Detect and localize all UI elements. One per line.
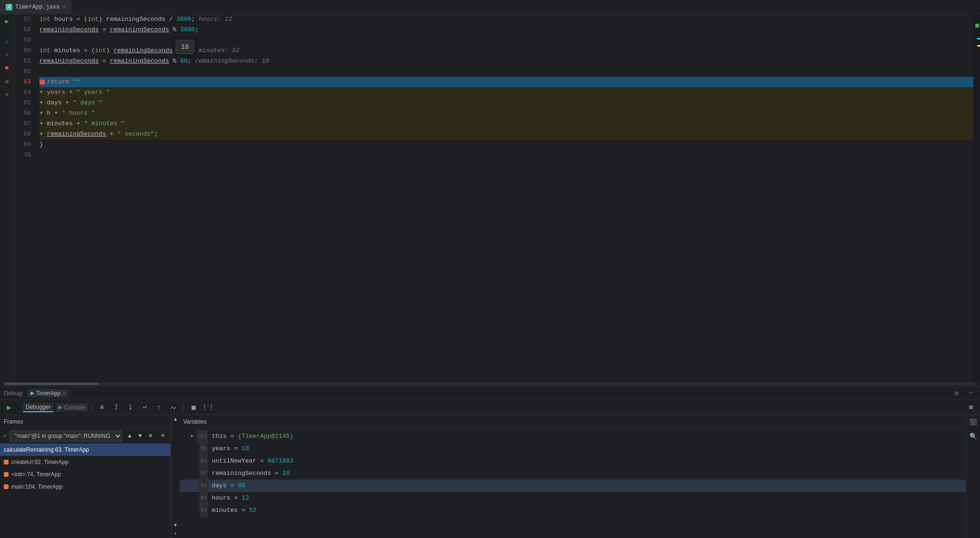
step-out-btn[interactable]: ⤶ bbox=[139, 401, 151, 414]
minimap-checkmark bbox=[975, 24, 979, 28]
code-line-66[interactable]: + h + " hours " bbox=[39, 108, 973, 119]
code-line-68[interactable]: + remainingSeconds + " seconds"; bbox=[39, 129, 973, 139]
frame-item-0[interactable]: calculateRemaining:63, TimerApp bbox=[0, 444, 170, 456]
scrollbar-track bbox=[4, 382, 976, 385]
line-number-68: 68 bbox=[14, 129, 36, 139]
code-line-64[interactable]: + years + " years " bbox=[39, 87, 973, 98]
frame-item-3[interactable]: main:104, TimerApp bbox=[0, 481, 170, 493]
code-line-70[interactable] bbox=[39, 150, 973, 160]
layout-btn[interactable]: ⊞ bbox=[965, 401, 977, 414]
tab-timerapp[interactable]: J TimerApp.java × bbox=[0, 0, 72, 14]
var-type-badge: 01 bbox=[199, 442, 208, 455]
code-line-67[interactable]: + minutes + " minutes " bbox=[39, 119, 973, 129]
debug-close[interactable]: × bbox=[63, 390, 66, 396]
variables-panel: Variables ▶objthis = {TimerApp@2145}01ye… bbox=[179, 415, 966, 538]
thread-dropdown[interactable]: "main"@1 in group "main": RUNNING bbox=[9, 430, 122, 442]
var-name: days bbox=[212, 480, 226, 492]
line-number-66: 66 bbox=[14, 108, 36, 119]
thread-down-btn[interactable]: ▼ bbox=[135, 431, 145, 441]
frame-label: <init>:74, TimerApp bbox=[11, 468, 61, 481]
stop-icon[interactable]: ■ bbox=[2, 63, 12, 73]
minimap bbox=[973, 14, 980, 381]
thread-up-btn[interactable]: ▲ bbox=[125, 431, 134, 441]
line-numbers: 5758596061626364656667686970 bbox=[14, 14, 36, 381]
line-number-62: 62 bbox=[14, 66, 36, 77]
code-line-63[interactable]: return "" bbox=[39, 77, 973, 87]
code-line-65[interactable]: + days + " days " bbox=[39, 98, 973, 108]
code-editor[interactable]: int hours = (int) remainingSeconds / 360… bbox=[36, 14, 973, 381]
variable-item-untilNewYear[interactable]: 01untilNewYear = 6071883 bbox=[179, 455, 966, 467]
code-line-58[interactable]: remainingSeconds = remainingSeconds % 36… bbox=[39, 25, 973, 35]
line-number-60: 60 bbox=[14, 46, 36, 56]
watch-btn[interactable]: ▦ bbox=[188, 401, 200, 414]
scroll-up-btn[interactable]: ▲ bbox=[171, 415, 180, 424]
var-value: 18 bbox=[242, 443, 249, 455]
frame-icon bbox=[4, 472, 9, 477]
minimize-icon[interactable]: − bbox=[966, 388, 976, 399]
breakpoints-btn[interactable]: ⋮⋮ bbox=[202, 401, 214, 414]
var-name: hours bbox=[212, 492, 230, 504]
console-label: Console bbox=[64, 404, 85, 411]
var-name: minutes bbox=[212, 504, 238, 517]
inspector-icon[interactable]: 🔍 bbox=[968, 431, 979, 442]
variable-item-days[interactable]: 01days = 88 bbox=[179, 480, 966, 492]
scrollbar-thumb[interactable] bbox=[4, 382, 99, 385]
code-line-57[interactable]: int hours = (int) remainingSeconds / 360… bbox=[39, 14, 973, 25]
frame-icon bbox=[4, 484, 9, 489]
java-file-icon: J bbox=[6, 4, 12, 10]
debug-app-tab[interactable]: ▶ TimerApp × bbox=[28, 389, 68, 398]
horizontal-scrollbar[interactable] bbox=[0, 381, 980, 386]
variable-item-minutes[interactable]: 01minutes = 52 bbox=[179, 504, 966, 517]
debug-title-label: Debug: bbox=[4, 390, 24, 397]
step-over-icon[interactable]: ↓ bbox=[2, 36, 12, 46]
frame-label: main:104, TimerApp bbox=[11, 481, 62, 493]
tab-close-button[interactable]: × bbox=[63, 4, 66, 10]
code-line-61[interactable]: remainingSeconds = remainingSeconds % 60… bbox=[39, 56, 973, 66]
step-out-icon[interactable]: ⬆ bbox=[2, 49, 12, 60]
code-line-69[interactable]: } bbox=[39, 139, 973, 150]
variable-item-years[interactable]: 01years = 18 bbox=[179, 443, 966, 455]
frames-list: calculateRemaining:63, TimerAppcreateUI:… bbox=[0, 444, 170, 538]
show-frames-btn[interactable]: ≡ bbox=[96, 401, 108, 414]
run-to-cursor-btn[interactable]: ↑ bbox=[153, 401, 165, 414]
var-name: this bbox=[212, 430, 226, 443]
var-name: untilNewYear bbox=[212, 455, 256, 467]
var-value: 6071883 bbox=[267, 455, 293, 467]
frame-item-2[interactable]: <init>:74, TimerApp bbox=[0, 468, 170, 481]
var-type-badge: 01 bbox=[199, 455, 208, 468]
editor-area: ▶ ↓ ⬆ ■ ↺ ✕ 5758596061626364656667686970… bbox=[0, 14, 980, 381]
tab-console[interactable]: ▶ Console bbox=[56, 403, 88, 412]
line-number-57: 57 bbox=[14, 14, 36, 25]
thread-status-icon: ✓ bbox=[3, 432, 7, 440]
scroll-controls: ▲ ▼ + bbox=[171, 415, 179, 538]
step-into-btn[interactable]: ⤵ bbox=[124, 401, 137, 414]
var-name: years bbox=[212, 443, 230, 455]
debug-tabs-toolbar: ▶ Debugger ▶ Console ≡ ⤴ ⤵ ⤶ ↑ ↗↙ ▦ ⋮⋮ ⊞ bbox=[0, 400, 980, 415]
var-name: remainingSeconds bbox=[212, 467, 271, 480]
minimap-warning-mark bbox=[977, 45, 980, 46]
resume-icon[interactable]: ▶ bbox=[2, 16, 12, 27]
thread-filter-btn[interactable]: ⊗ bbox=[146, 431, 155, 441]
tab-debugger[interactable]: Debugger bbox=[23, 403, 54, 412]
line-number-64: 64 bbox=[14, 87, 36, 98]
variable-item-this[interactable]: ▶objthis = {TimerApp@2145} bbox=[179, 430, 966, 443]
variable-item-hours[interactable]: 01hours = 12 bbox=[179, 492, 966, 504]
add-watch-btn[interactable]: + bbox=[158, 431, 168, 441]
step-over-btn[interactable]: ⤴ bbox=[110, 401, 122, 414]
frames-panel: Frames ✓ "main"@1 in group "main": RUNNI… bbox=[0, 415, 171, 538]
rerun-icon[interactable]: ↺ bbox=[2, 76, 12, 86]
add-btn[interactable]: + bbox=[171, 529, 180, 538]
frame-item-1[interactable]: createUI:92, TimerApp bbox=[0, 456, 170, 468]
debug-app-name: TimerApp bbox=[36, 390, 61, 397]
scroll-down-btn[interactable]: ▼ bbox=[171, 521, 180, 529]
expand-arrow[interactable]: ▶ bbox=[191, 430, 194, 443]
variable-tooltip: 18 bbox=[176, 40, 194, 54]
resume-btn[interactable]: ▶ bbox=[3, 401, 15, 414]
evaluate-btn[interactable]: ↗↙ bbox=[167, 401, 179, 414]
code-line-62[interactable] bbox=[39, 66, 973, 77]
debugger-label: Debugger bbox=[26, 404, 51, 410]
expand-frames-icon[interactable]: ⬛ bbox=[968, 417, 979, 427]
settings-icon[interactable]: ⚙ bbox=[952, 388, 962, 399]
mute-icon[interactable]: ✕ bbox=[2, 89, 12, 100]
variable-item-remainingSeconds[interactable]: 01remainingSeconds = 10 bbox=[179, 467, 966, 480]
